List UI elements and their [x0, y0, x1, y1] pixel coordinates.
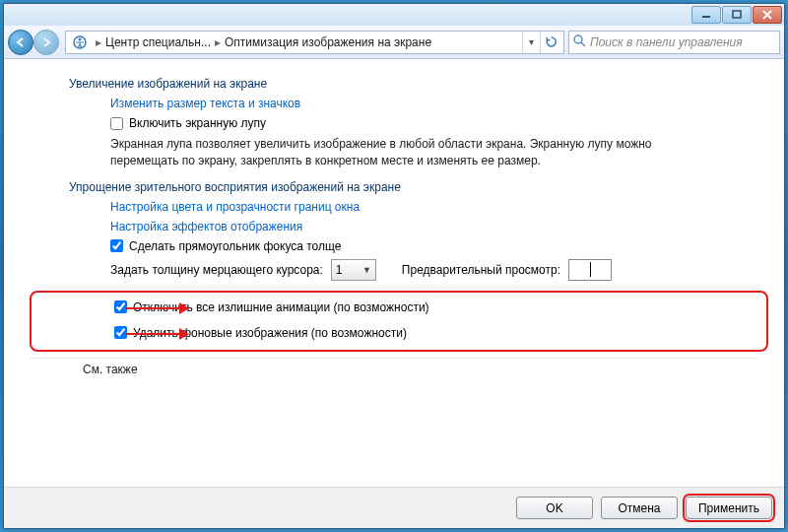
- cursor-width-label: Задать толщину мерцающего курсора:: [110, 263, 323, 277]
- preview-label: Предварительный просмотр:: [402, 263, 560, 277]
- search-icon: [573, 34, 586, 50]
- close-button[interactable]: [753, 6, 782, 24]
- arrow-annotation-icon: [126, 307, 187, 309]
- cursor-width-value: 1: [336, 263, 343, 277]
- checkbox-focus-rect-label: Сделать прямоугольник фокуса толще: [129, 239, 341, 253]
- highlight-annotation: Отключить все излишние анимации (по возм…: [30, 291, 768, 352]
- svg-point-5: [79, 37, 82, 40]
- content-area: Увеличение изображений на экране Изменит…: [4, 59, 784, 487]
- cancel-button[interactable]: Отмена: [601, 497, 678, 519]
- ease-of-access-icon: [72, 34, 88, 50]
- divider: [30, 358, 758, 359]
- search-input[interactable]: Поиск в панели управления: [568, 31, 780, 54]
- link-resize-text[interactable]: Изменить размер текста и значков: [110, 97, 776, 110]
- navigation-bar: ▸ Центр специальн... ▸ Оптимизация изобр…: [4, 26, 784, 59]
- minimize-button[interactable]: [691, 6, 721, 24]
- breadcrumb-separator: ▸: [92, 35, 105, 49]
- chevron-down-icon: ▼: [362, 265, 371, 275]
- breadcrumb-dropdown[interactable]: ▾: [522, 32, 540, 53]
- breadcrumb-item-1[interactable]: Центр специальн...: [105, 35, 211, 49]
- breadcrumb-separator: ▸: [211, 35, 225, 49]
- search-placeholder: Поиск в панели управления: [590, 35, 743, 49]
- cursor-width-select[interactable]: 1 ▼: [331, 259, 376, 281]
- svg-rect-1: [733, 11, 741, 18]
- checkbox-magnifier[interactable]: [110, 117, 123, 130]
- magnifier-description: Экранная лупа позволяет увеличить изобра…: [110, 136, 721, 170]
- cursor-preview: [590, 262, 591, 277]
- forward-button[interactable]: [33, 30, 59, 55]
- back-button[interactable]: [8, 30, 33, 55]
- refresh-button[interactable]: [540, 32, 561, 53]
- link-color-transparency[interactable]: Настройка цвета и прозрачности границ ок…: [110, 200, 776, 214]
- control-panel-window: ▸ Центр специальн... ▸ Оптимизация изобр…: [3, 3, 785, 529]
- section-visual-title: Упрощение зрительного восприятия изображ…: [69, 180, 776, 194]
- dialog-footer: OK Отмена Применить: [4, 487, 784, 528]
- svg-point-6: [574, 35, 582, 43]
- breadcrumb-item-2[interactable]: Оптимизация изображения на экране: [225, 35, 431, 49]
- maximize-button[interactable]: [722, 6, 752, 24]
- arrow-annotation-icon: [126, 333, 187, 335]
- svg-line-7: [581, 42, 585, 46]
- ok-button[interactable]: OK: [516, 497, 593, 519]
- checkbox-magnifier-label: Включить экранную лупу: [129, 116, 266, 130]
- breadcrumb[interactable]: ▸ Центр специальн... ▸ Оптимизация изобр…: [65, 31, 564, 54]
- window-titlebar: [4, 4, 784, 26]
- cursor-preview-box: [568, 259, 612, 281]
- link-display-effects[interactable]: Настройка эффектов отображения: [110, 220, 776, 233]
- apply-button[interactable]: Применить: [686, 497, 772, 519]
- section-magnify-title: Увеличение изображений на экране: [69, 77, 776, 91]
- checkbox-focus-rect[interactable]: [110, 239, 123, 252]
- see-also-label: См. также: [83, 363, 776, 376]
